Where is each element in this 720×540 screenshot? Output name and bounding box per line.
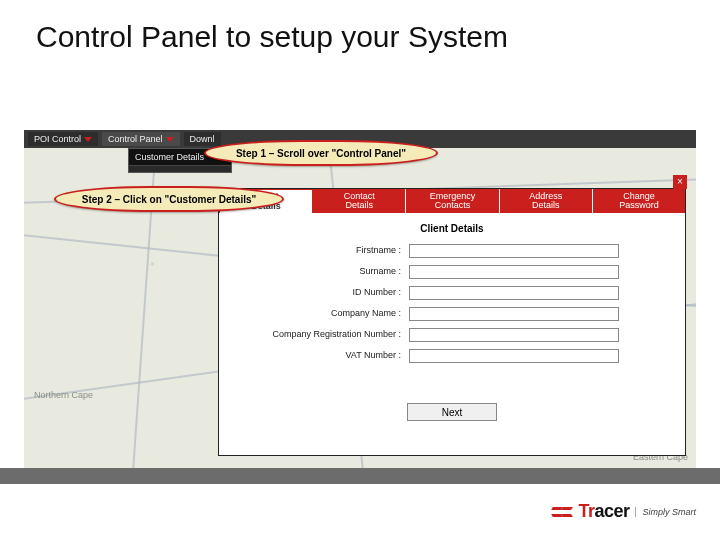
dialog-tabs: Client Details Contact Details Emergency… bbox=[219, 189, 685, 213]
surname-input[interactable] bbox=[409, 265, 619, 279]
tab-address-details[interactable]: Address Details bbox=[500, 189, 593, 213]
company-name-label: Company Name : bbox=[239, 309, 409, 319]
dialog-body: Client Details Firstname : Surname : ID … bbox=[219, 213, 685, 429]
tab-label: Password bbox=[593, 201, 685, 210]
tab-label: Details bbox=[500, 201, 592, 210]
nav-poi-label: POI Control bbox=[34, 134, 81, 144]
firstname-label: Firstname : bbox=[239, 246, 409, 256]
vat-input[interactable] bbox=[409, 349, 619, 363]
nav-download-label: Downl bbox=[190, 134, 215, 144]
screenshot-area: Northern Cape Limpopo Eastern Cape POI C… bbox=[24, 130, 696, 470]
section-title: Client Details bbox=[239, 223, 665, 234]
map-label-northern-cape: Northern Cape bbox=[34, 390, 93, 400]
id-number-input[interactable] bbox=[409, 286, 619, 300]
surname-label: Surname : bbox=[239, 267, 409, 277]
field-reg-row: Company Registration Number : bbox=[239, 328, 665, 342]
tab-contact-details[interactable]: Contact Details bbox=[313, 189, 406, 213]
nav-control-panel-label: Control Panel bbox=[108, 134, 163, 144]
client-details-dialog: × Client Details Contact Details Emergen… bbox=[218, 188, 686, 456]
firstname-input[interactable] bbox=[409, 244, 619, 258]
nav-download[interactable]: Downl bbox=[184, 132, 221, 146]
next-button[interactable]: Next bbox=[407, 403, 497, 421]
callout-step-2: Step 2 – Click on "Customer Details" bbox=[54, 186, 284, 212]
company-reg-label: Company Registration Number : bbox=[239, 330, 409, 340]
callout-step-1: Step 1 – Scroll over "Control Panel" bbox=[204, 140, 438, 166]
logo-text: Tracer bbox=[578, 501, 629, 522]
tab-emergency-contacts[interactable]: Emergency Contacts bbox=[406, 189, 499, 213]
tab-label: Contacts bbox=[406, 201, 498, 210]
id-number-label: ID Number : bbox=[239, 288, 409, 298]
tab-change-password[interactable]: Change Password bbox=[593, 189, 685, 213]
field-surname-row: Surname : bbox=[239, 265, 665, 279]
company-reg-input[interactable] bbox=[409, 328, 619, 342]
brand-logo: Tracer Simply Smart bbox=[552, 501, 696, 522]
field-firstname-row: Firstname : bbox=[239, 244, 665, 258]
tab-label: Details bbox=[313, 201, 405, 210]
logo-chevrons-icon bbox=[552, 503, 572, 521]
footer-band bbox=[0, 468, 720, 484]
brand-tagline: Simply Smart bbox=[635, 507, 696, 517]
logo-text-red: Tr bbox=[578, 501, 594, 521]
nav-poi-control[interactable]: POI Control bbox=[28, 132, 98, 146]
field-id-row: ID Number : bbox=[239, 286, 665, 300]
nav-control-panel[interactable]: Control Panel bbox=[102, 132, 180, 146]
close-icon[interactable]: × bbox=[673, 175, 687, 189]
field-vat-row: VAT Number : bbox=[239, 349, 665, 363]
dropdown-item-2[interactable] bbox=[129, 166, 231, 172]
vat-label: VAT Number : bbox=[239, 351, 409, 361]
company-name-input[interactable] bbox=[409, 307, 619, 321]
logo-text-black: acer bbox=[594, 501, 629, 521]
slide-title: Control Panel to setup your System bbox=[36, 20, 508, 54]
field-company-row: Company Name : bbox=[239, 307, 665, 321]
chevron-down-icon bbox=[84, 137, 92, 142]
chevron-down-icon bbox=[166, 137, 174, 142]
